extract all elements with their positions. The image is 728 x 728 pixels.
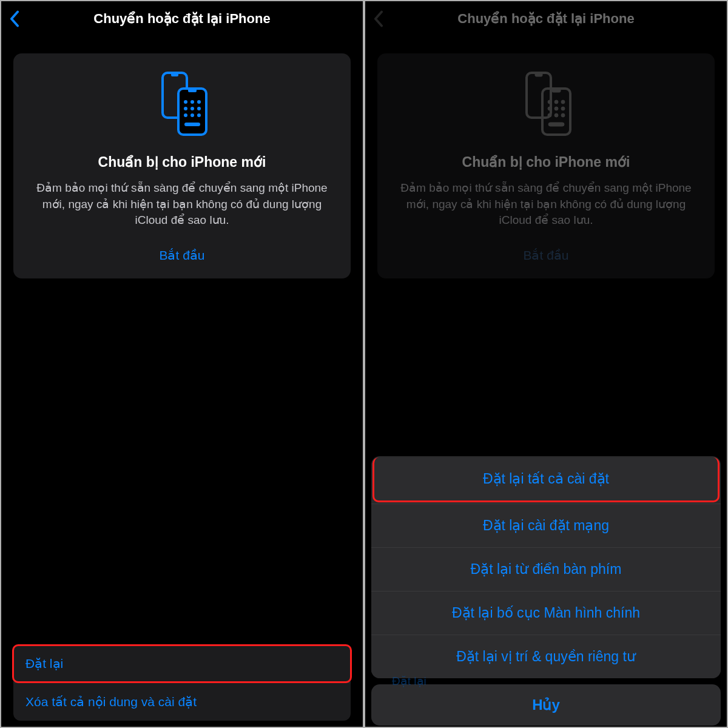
iphone-transfer-icon [518,70,574,140]
nav-header: Chuyển hoặc đặt lại iPhone [1,1,363,36]
svg-point-8 [190,107,194,110]
page-title: Chuyển hoặc đặt lại iPhone [457,11,634,27]
card-title: Chuẩn bị cho iPhone mới [98,154,266,170]
options-list: Đặt lại Xóa tất cả nội dung và cài đặt [13,645,351,727]
svg-point-23 [561,107,565,110]
page-title: Chuyển hoặc đặt lại iPhone [93,11,270,27]
sheet-options-group: Đặt lại tất cả cài đặt Đặt lại cài đặt m… [371,456,721,678]
svg-rect-27 [548,123,564,126]
svg-rect-17 [552,89,561,92]
svg-point-24 [548,113,551,117]
chevron-left-icon [374,10,383,27]
card-description: Đảm bảo mọi thứ sẵn sàng để chuyển sang … [391,180,701,229]
prepare-card: Chuẩn bị cho iPhone mới Đảm bảo mọi thứ … [377,53,715,278]
svg-rect-13 [184,123,200,126]
screen-left: Chuyển hoặc đặt lại iPhone [1,1,363,727]
svg-point-10 [184,113,187,117]
svg-point-26 [561,113,565,117]
svg-point-20 [561,100,565,104]
reset-option[interactable]: Đặt lại [13,645,351,682]
reset-keyboard-button[interactable]: Đặt lại từ điển bàn phím [371,547,721,591]
svg-point-11 [190,113,194,117]
svg-rect-1 [171,73,178,76]
erase-all-option[interactable]: Xóa tất cả nội dung và cài đặt [13,682,351,721]
back-button[interactable] [374,10,383,27]
iphone-transfer-icon [154,70,210,140]
background-reset-label: Đặt lại [380,669,439,688]
chevron-left-icon [10,10,19,27]
svg-point-12 [197,113,201,117]
svg-point-4 [184,100,187,104]
get-started-link[interactable]: Bắt đầu [523,244,568,265]
svg-point-5 [190,100,194,104]
nav-header: Chuyển hoặc đặt lại iPhone [365,1,727,36]
svg-point-7 [184,107,187,110]
svg-rect-15 [535,73,542,76]
svg-point-6 [197,100,201,104]
svg-point-22 [554,107,558,110]
reset-network-button[interactable]: Đặt lại cài đặt mạng [371,504,721,547]
svg-rect-14 [527,73,551,118]
back-button[interactable] [10,10,19,27]
screen-right: Chuyển hoặc đặt lại iPhone [365,1,727,727]
get-started-link[interactable]: Bắt đầu [159,244,204,265]
reset-all-settings-button[interactable]: Đặt lại tất cả cài đặt [372,457,720,502]
svg-rect-3 [188,89,197,92]
svg-point-21 [548,107,551,110]
svg-point-19 [554,100,558,104]
svg-point-9 [197,107,201,110]
svg-point-18 [548,100,551,104]
svg-rect-16 [542,89,570,135]
prepare-card: Chuẩn bị cho iPhone mới Đảm bảo mọi thứ … [13,53,351,278]
card-title: Chuẩn bị cho iPhone mới [462,154,630,170]
reset-home-layout-button[interactable]: Đặt lại bố cục Màn hình chính [371,591,721,635]
svg-point-25 [554,113,558,117]
cancel-button[interactable]: Hủy [371,684,721,726]
card-description: Đảm bảo mọi thứ sẵn sàng để chuyển sang … [27,180,337,229]
content-area: Chuẩn bị cho iPhone mới Đảm bảo mọi thứ … [1,36,363,727]
reset-action-sheet: Đặt lại tất cả cài đặt Đặt lại cài đặt m… [365,456,727,727]
svg-rect-2 [178,89,206,135]
